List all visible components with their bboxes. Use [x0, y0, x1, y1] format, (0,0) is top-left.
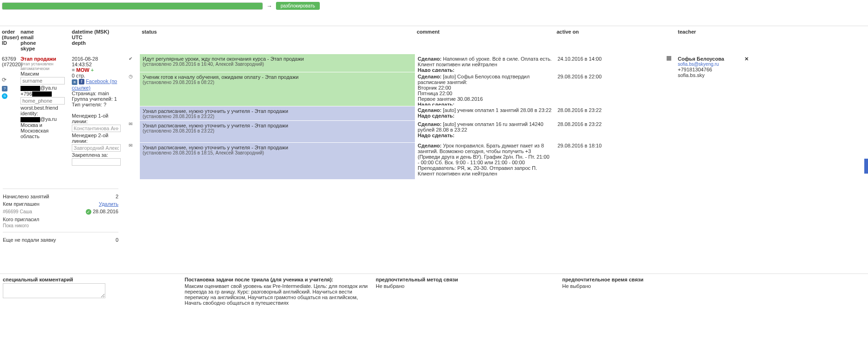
mgr2-label: Менеджер 2-ой линии: [72, 133, 119, 144]
stage-label: Этап продажи [21, 56, 68, 62]
teacher-phone: +79181304766 [678, 67, 749, 72]
header-icons [121, 26, 140, 54]
status-row[interactable]: Идут регулярные уроки, жду почти окончан… [140, 54, 415, 72]
skype-icon[interactable]: S [2, 93, 7, 99]
progress-bar [2, 2, 263, 10]
pref-contact-value: Не выбрано [376, 283, 558, 289]
order-id: 63769 [2, 56, 17, 62]
not-applied-label: Еще не подали заявку [3, 237, 56, 243]
sq-cell [662, 141, 676, 177]
refresh-icon[interactable]: ⟳ [2, 77, 17, 83]
invited-by-delete-link[interactable]: Удалить [99, 201, 118, 207]
not-applied-value: 0 [116, 237, 118, 243]
mgr1-input[interactable] [72, 125, 121, 132]
skype-display: worst.best.friend [21, 105, 68, 111]
teacher-group: Группа учителей: 1 [72, 96, 119, 102]
header-datetime: datetime (MSK) UTC depth [70, 26, 121, 54]
add-icon[interactable]: + [91, 67, 94, 73]
mgr2-input[interactable] [72, 144, 121, 152]
arrow-icon: → [267, 3, 272, 9]
lessons-label: Начислено занятий [3, 194, 49, 199]
vk-icon[interactable]: ? [2, 86, 7, 91]
header-active: active on [555, 26, 662, 54]
first-name: Максим [21, 71, 68, 77]
header-sq [662, 26, 676, 54]
sq-cell [662, 119, 676, 141]
invited-who-label: Кого пригласил [3, 217, 39, 222]
check-dot-icon: ✓ [86, 209, 91, 215]
row-icon: ✉ [123, 143, 138, 179]
status-row[interactable]: Узнал расписание, нужно уточнить у учите… [140, 143, 415, 179]
pref-time-value: Не выбрано [562, 283, 739, 289]
fixed-label: Закреплена за: [72, 152, 119, 158]
trial-task-label: Постановка задачи после триала (для учен… [185, 277, 371, 282]
row-icon: ◷ [123, 74, 138, 107]
page-display: Страница: main [72, 91, 119, 96]
stop-icon[interactable] [667, 56, 671, 61]
special-comment-label: специальный комментарий [3, 277, 180, 282]
active-on-cell: 24.10.2016 в 14:00 [555, 54, 662, 72]
comment-cell: Сделано: Напомнил об уроке. Всё в силе. … [415, 54, 555, 72]
identity-label: identity: [21, 111, 68, 116]
status-row[interactable]: Узнал расписание, нужно уточнить у учите… [140, 121, 415, 142]
header-teacher: teacher [676, 26, 751, 54]
invited-by-label: Кем приглашен [3, 201, 40, 207]
teacher-email[interactable]: sofia.bs@skyeng.ru [678, 62, 749, 67]
stage-sublabel: Этап установлен автоматически [21, 62, 68, 71]
fb-icon[interactable]: f [79, 79, 84, 84]
surname-input[interactable] [21, 77, 65, 84]
email-display: @ya.ru [21, 85, 68, 91]
teacher-type: Тип учителя: ? [72, 102, 119, 107]
comment-cell: Сделано: Урок понравился. Брать думает п… [415, 141, 555, 177]
comment-cell: Сделано: [auto] ученик оплатил 16 ru зан… [415, 119, 555, 141]
side-tab[interactable] [864, 159, 868, 174]
social-row: в f Facebook (по ссылке) [72, 78, 119, 91]
status-row[interactable]: Ученик готов к началу обучения, ожидаем … [140, 72, 415, 106]
active-on-cell: 29.08.2016 в 18:10 [555, 141, 662, 177]
phone-display: +796 [21, 91, 68, 97]
ref-id: #66699 [3, 209, 18, 214]
ref-date: 28.08.2016 [93, 209, 118, 214]
row-icon [123, 107, 138, 121]
order-user-id: (#72020) [2, 62, 17, 67]
tz-row: = MOW + [72, 67, 119, 73]
header-status: status [140, 26, 415, 54]
header-comment: comment [415, 26, 555, 54]
datetime-display: 2016-08-28 14:43:52 [72, 56, 119, 67]
sq-cell [662, 72, 676, 105]
teacher-close-icon[interactable]: ✕ [744, 56, 749, 62]
sq-cell [662, 54, 676, 72]
progress-fill [2, 3, 262, 9]
invited-who-value: Пока никого [3, 223, 118, 228]
home-phone-input[interactable] [21, 97, 65, 105]
header-order-id: order (#user) ID [0, 26, 19, 54]
status-row[interactable]: Узнал расписание, нужно уточнить у учите… [140, 106, 415, 120]
pages-display: 0 стр. [72, 73, 119, 78]
unblock-button[interactable]: разблокировать [276, 2, 320, 10]
region-display: Москва и Московская область [21, 122, 68, 139]
ref-name: Саша [20, 209, 32, 214]
pref-contact-label: предпочтительный метод связи [376, 277, 558, 282]
row-icon: ✉ [123, 121, 138, 143]
comment-cell: Сделано: [auto] ученик оплатил 1 занятий… [415, 105, 555, 119]
active-on-cell: 28.08.2016 в 23:22 [555, 105, 662, 119]
active-on-cell: 28.08.2016 в 23:22 [555, 119, 662, 141]
row-icon: ✔ [123, 56, 138, 74]
pref-time-label: предпочтительное время связи [562, 277, 739, 282]
sq-cell [662, 105, 676, 119]
lessons-value: 2 [116, 194, 118, 199]
teacher-skype: sofia.bs.sky [678, 72, 749, 78]
active-on-cell: 29.08.2016 в 22:00 [555, 72, 662, 105]
vk-small-icon[interactable]: в [72, 79, 77, 85]
teacher-name: Софья Белоусова [678, 56, 724, 62]
special-comment-textarea[interactable] [3, 283, 105, 298]
comment-cell: Сделано: [auto] Софья Белоусова подтверд… [415, 72, 555, 105]
header-name: name email phone skype [19, 26, 70, 54]
mgr1-label: Менеджер 1-ой линии: [72, 113, 119, 124]
fixed-input[interactable] [72, 158, 121, 166]
trial-task-text: Максим оценивает свой уровень как Pre-In… [185, 283, 371, 306]
identity-display: @ya.ru [21, 116, 68, 122]
